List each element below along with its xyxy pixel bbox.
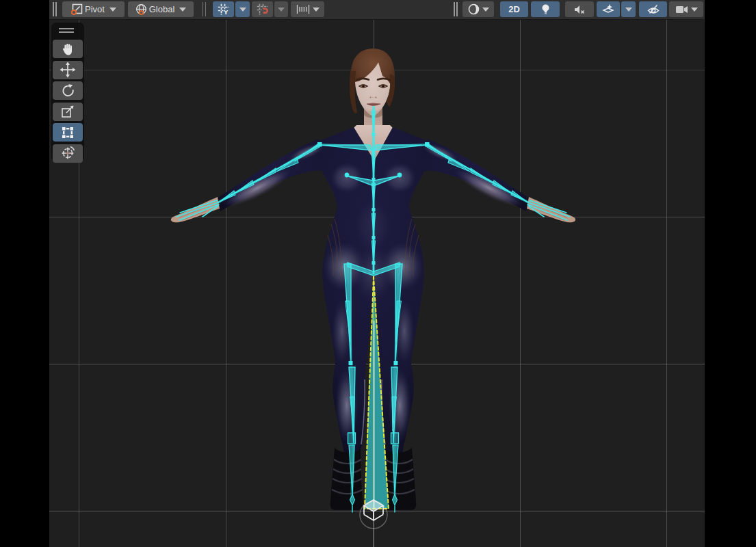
- svg-text:Y: Y: [224, 8, 229, 15]
